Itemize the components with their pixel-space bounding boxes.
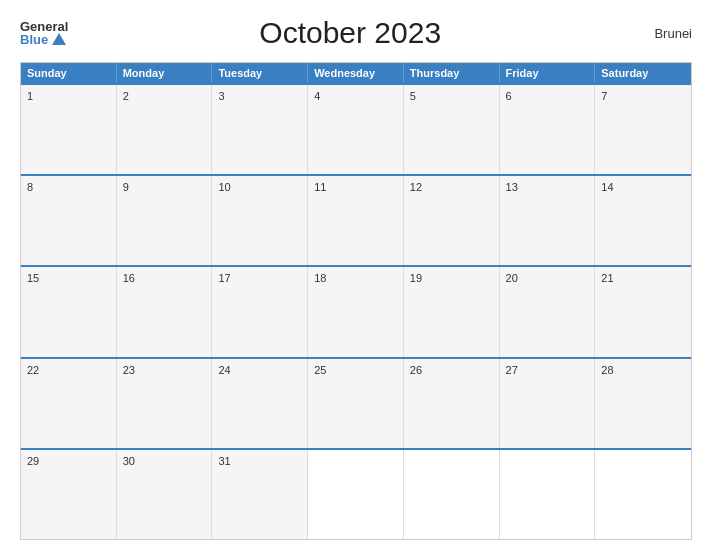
day-cell-w5-d6 <box>500 450 596 539</box>
header-tuesday: Tuesday <box>212 63 308 83</box>
country-label: Brunei <box>632 26 692 41</box>
day-number: 8 <box>27 181 33 193</box>
day-cell-w4-d1: 22 <box>21 359 117 448</box>
day-headers-row: Sunday Monday Tuesday Wednesday Thursday… <box>21 63 691 83</box>
day-number: 2 <box>123 90 129 102</box>
header-monday: Monday <box>117 63 213 83</box>
day-cell-w3-d7: 21 <box>595 267 691 356</box>
header-sunday: Sunday <box>21 63 117 83</box>
day-number: 26 <box>410 364 422 376</box>
day-cell-w3-d3: 17 <box>212 267 308 356</box>
day-number: 30 <box>123 455 135 467</box>
header-saturday: Saturday <box>595 63 691 83</box>
day-number: 15 <box>27 272 39 284</box>
day-number: 3 <box>218 90 224 102</box>
calendar-grid: Sunday Monday Tuesday Wednesday Thursday… <box>20 62 692 540</box>
logo: General Blue <box>20 20 68 46</box>
day-number: 22 <box>27 364 39 376</box>
day-number: 20 <box>506 272 518 284</box>
calendar-title: October 2023 <box>68 16 632 50</box>
day-cell-w1-d6: 6 <box>500 85 596 174</box>
day-number: 10 <box>218 181 230 193</box>
day-number: 19 <box>410 272 422 284</box>
day-cell-w4-d2: 23 <box>117 359 213 448</box>
week-row-4: 22232425262728 <box>21 357 691 448</box>
day-cell-w4-d6: 27 <box>500 359 596 448</box>
day-cell-w2-d3: 10 <box>212 176 308 265</box>
logo-blue-row: Blue <box>20 33 66 46</box>
day-cell-w1-d1: 1 <box>21 85 117 174</box>
day-number: 21 <box>601 272 613 284</box>
week-row-1: 1234567 <box>21 83 691 174</box>
calendar-page: General Blue October 2023 Brunei Sunday … <box>0 0 712 550</box>
week-row-2: 891011121314 <box>21 174 691 265</box>
day-number: 25 <box>314 364 326 376</box>
day-cell-w5-d7 <box>595 450 691 539</box>
day-number: 1 <box>27 90 33 102</box>
day-cell-w4-d7: 28 <box>595 359 691 448</box>
day-cell-w2-d6: 13 <box>500 176 596 265</box>
day-cell-w5-d3: 31 <box>212 450 308 539</box>
day-cell-w1-d4: 4 <box>308 85 404 174</box>
day-number: 23 <box>123 364 135 376</box>
day-cell-w3-d4: 18 <box>308 267 404 356</box>
day-number: 9 <box>123 181 129 193</box>
day-cell-w2-d1: 8 <box>21 176 117 265</box>
header-wednesday: Wednesday <box>308 63 404 83</box>
day-cell-w3-d1: 15 <box>21 267 117 356</box>
day-cell-w3-d6: 20 <box>500 267 596 356</box>
day-number: 12 <box>410 181 422 193</box>
day-cell-w4-d3: 24 <box>212 359 308 448</box>
day-cell-w1-d3: 3 <box>212 85 308 174</box>
day-number: 16 <box>123 272 135 284</box>
day-number: 29 <box>27 455 39 467</box>
weeks-container: 1234567891011121314151617181920212223242… <box>21 83 691 539</box>
week-row-5: 293031 <box>21 448 691 539</box>
day-cell-w4-d5: 26 <box>404 359 500 448</box>
day-number: 18 <box>314 272 326 284</box>
logo-triangle-icon <box>52 33 66 45</box>
day-cell-w1-d2: 2 <box>117 85 213 174</box>
day-number: 13 <box>506 181 518 193</box>
day-cell-w2-d4: 11 <box>308 176 404 265</box>
day-cell-w4-d4: 25 <box>308 359 404 448</box>
header-friday: Friday <box>500 63 596 83</box>
day-cell-w3-d5: 19 <box>404 267 500 356</box>
logo-blue-text: Blue <box>20 33 48 46</box>
day-number: 14 <box>601 181 613 193</box>
day-number: 11 <box>314 181 326 193</box>
day-cell-w2-d5: 12 <box>404 176 500 265</box>
day-number: 17 <box>218 272 230 284</box>
day-number: 24 <box>218 364 230 376</box>
day-cell-w5-d5 <box>404 450 500 539</box>
day-cell-w5-d2: 30 <box>117 450 213 539</box>
header-thursday: Thursday <box>404 63 500 83</box>
day-cell-w1-d7: 7 <box>595 85 691 174</box>
day-number: 27 <box>506 364 518 376</box>
day-cell-w2-d7: 14 <box>595 176 691 265</box>
day-cell-w2-d2: 9 <box>117 176 213 265</box>
day-cell-w3-d2: 16 <box>117 267 213 356</box>
day-number: 28 <box>601 364 613 376</box>
day-number: 4 <box>314 90 320 102</box>
week-row-3: 15161718192021 <box>21 265 691 356</box>
day-cell-w5-d4 <box>308 450 404 539</box>
day-number: 5 <box>410 90 416 102</box>
header: General Blue October 2023 Brunei <box>20 16 692 50</box>
day-cell-w5-d1: 29 <box>21 450 117 539</box>
day-number: 31 <box>218 455 230 467</box>
day-number: 7 <box>601 90 607 102</box>
day-cell-w1-d5: 5 <box>404 85 500 174</box>
day-number: 6 <box>506 90 512 102</box>
